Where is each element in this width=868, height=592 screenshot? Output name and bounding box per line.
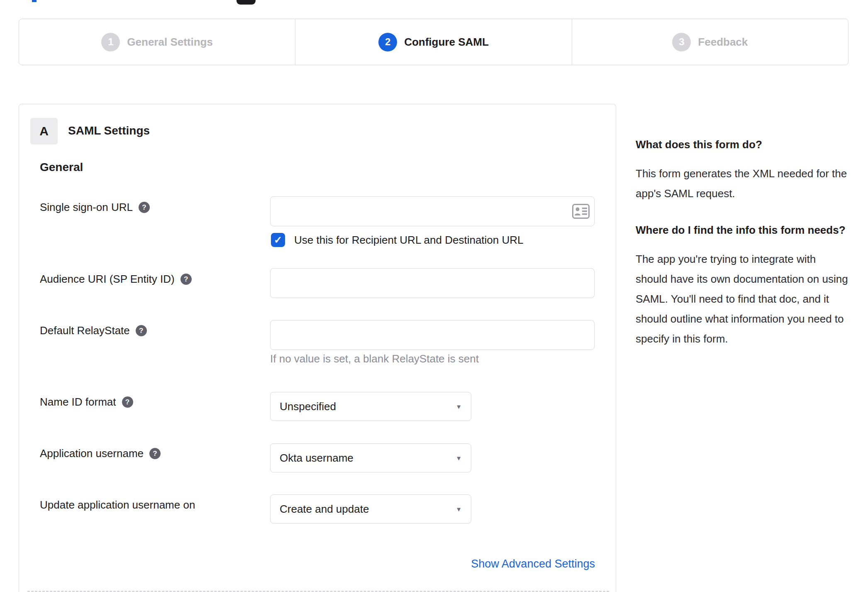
saml-settings-title: SAML Settings	[68, 124, 150, 137]
sso-url-label: Single sign-on URL	[40, 201, 133, 214]
configure-saml-page: 1 General Settings 2 Configure SAML 3 Fe…	[0, 0, 868, 592]
sso-url-help-icon[interactable]: ?	[139, 202, 150, 213]
step-1-number-badge: 1	[101, 33, 120, 51]
relay-state-input[interactable]	[270, 320, 595, 350]
chevron-down-icon: ▼	[456, 455, 462, 462]
help-answer-1: This form generates the XML needed for t…	[636, 164, 848, 203]
relay-state-help-icon[interactable]: ?	[136, 325, 147, 336]
name-id-format-help-icon[interactable]: ?	[122, 396, 133, 408]
name-id-format-label-row: Name ID format ?	[40, 396, 133, 409]
step-2-label: Configure SAML	[404, 36, 489, 49]
update-username-value: Create and update	[280, 503, 369, 516]
update-username-label: Update application username on	[40, 499, 195, 511]
chevron-down-icon: ▼	[456, 506, 462, 513]
recipient-url-checkbox[interactable]: ✓	[271, 233, 285, 247]
recipient-url-checkbox-label: Use this for Recipient URL and Destinati…	[294, 234, 524, 247]
update-username-select[interactable]: Create and update ▼	[270, 494, 471, 524]
saml-settings-card: A SAML Settings General Single sign-on U…	[19, 104, 616, 592]
audience-uri-input[interactable]	[270, 268, 595, 298]
cropped-header-dark-fragment	[237, 0, 256, 5]
name-id-format-value: Unspecified	[280, 400, 336, 413]
relay-state-label-row: Default RelayState ?	[40, 324, 147, 337]
step-configure-saml[interactable]: 2 Configure SAML	[295, 19, 571, 65]
step-1-label: General Settings	[127, 36, 213, 49]
contact-card-icon[interactable]	[572, 203, 590, 220]
recipient-url-checkbox-row: ✓ Use this for Recipient URL and Destina…	[271, 233, 524, 247]
step-general-settings[interactable]: 1 General Settings	[19, 19, 295, 65]
audience-uri-label: Audience URI (SP Entity ID)	[40, 273, 175, 286]
name-id-format-label: Name ID format	[40, 396, 116, 409]
app-username-label: Application username	[40, 447, 144, 460]
section-a-badge: A	[30, 118, 58, 144]
wizard-stepper: 1 General Settings 2 Configure SAML 3 Fe…	[19, 19, 848, 65]
sso-url-input[interactable]	[270, 196, 595, 226]
step-feedback[interactable]: 3 Feedback	[572, 19, 848, 65]
update-username-label-row: Update application username on	[40, 499, 195, 511]
app-username-help-icon[interactable]: ?	[149, 448, 161, 459]
show-advanced-settings-link[interactable]: Show Advanced Settings	[471, 558, 595, 570]
app-username-label-row: Application username ?	[40, 447, 161, 460]
help-question-1: What does this form do?	[636, 135, 848, 154]
step-3-label: Feedback	[698, 36, 748, 49]
sso-url-label-row: Single sign-on URL ?	[40, 201, 150, 214]
relay-state-label: Default RelayState	[40, 324, 130, 337]
step-3-number-badge: 3	[672, 33, 691, 51]
help-panel: What does this form do? This form genera…	[636, 135, 848, 366]
audience-uri-help-icon[interactable]: ?	[180, 274, 192, 285]
app-username-value: Okta username	[280, 452, 354, 465]
app-username-select[interactable]: Okta username ▼	[270, 443, 471, 472]
general-section-title: General	[40, 161, 83, 174]
name-id-format-select[interactable]: Unspecified ▼	[270, 392, 471, 421]
relay-state-hint: If no value is set, a blank RelayState i…	[270, 352, 479, 365]
help-answer-2: The app you're trying to integrate with …	[636, 249, 848, 349]
chevron-down-icon: ▼	[456, 403, 462, 410]
audience-uri-label-row: Audience URI (SP Entity ID) ?	[40, 273, 192, 286]
help-question-2: Where do I find the info this form needs…	[636, 221, 848, 239]
step-2-number-badge: 2	[378, 33, 397, 51]
cropped-header-blue-fragment	[32, 0, 37, 2]
